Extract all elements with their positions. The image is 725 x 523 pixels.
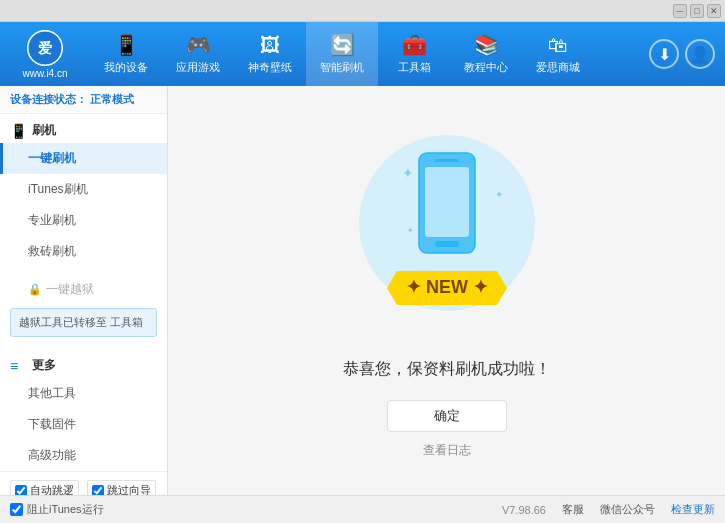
nav-items: 📱 我的设备 🎮 应用游戏 🖼 神奇壁纸 🔄 智能刷机 🧰 工具箱 📚 bbox=[90, 22, 649, 86]
illustration-svg: ✦ ✦ ✦ ✦ NEW ✦ bbox=[347, 123, 547, 343]
toolbox-label: 工具箱 bbox=[398, 60, 431, 75]
app-body: 设备连接状态： 正常模式 📱 刷机 一键刷机 iTunes刷机 专业刷机 救砖刷… bbox=[0, 86, 725, 495]
nav-item-tutorial[interactable]: 📚 教程中心 bbox=[450, 22, 522, 86]
sidebar-item-itunes[interactable]: iTunes刷机 bbox=[0, 174, 167, 205]
sidebar-notice: 越狱工具已转移至 工具箱 bbox=[10, 308, 157, 337]
jailbreak-label: 一键越狱 bbox=[46, 281, 94, 298]
tutorial-label: 教程中心 bbox=[464, 60, 508, 75]
sidebar-item-onekey[interactable]: 一键刷机 bbox=[0, 143, 167, 174]
svg-text:✦: ✦ bbox=[402, 165, 414, 181]
version-label: V7.98.66 bbox=[502, 504, 546, 516]
wechat-link[interactable]: 微信公众号 bbox=[600, 502, 655, 517]
stop-itunes-label: 阻止iTunes运行 bbox=[27, 502, 104, 517]
app-window: 爱 www.i4.cn 📱 我的设备 🎮 应用游戏 🖼 神奇壁纸 🔄 智能刷机 bbox=[0, 22, 725, 523]
sidebar-item-advanced[interactable]: 高级功能 bbox=[0, 440, 167, 471]
shop-icon: 🛍 bbox=[548, 34, 568, 57]
sidebar-status-bar: 设备连接状态： 正常模式 bbox=[0, 86, 167, 114]
main-content: ✦ ✦ ✦ ✦ NEW ✦ 恭喜您，保资料刷机成功啦！ 确定 查看日志 bbox=[168, 86, 725, 495]
checkbox-auto-jump-input[interactable] bbox=[15, 485, 27, 495]
svg-rect-6 bbox=[435, 159, 459, 162]
toolbox-icon: 🧰 bbox=[402, 33, 427, 57]
success-title: 恭喜您，保资料刷机成功啦！ bbox=[343, 359, 551, 380]
svg-rect-5 bbox=[435, 241, 459, 247]
mydevice-icon: 📱 bbox=[114, 33, 139, 57]
stop-itunes-checkbox[interactable] bbox=[10, 503, 23, 516]
more-section-icon: ≡ bbox=[10, 358, 26, 374]
notice-text: 越狱工具已转移至 工具箱 bbox=[19, 316, 143, 328]
nav-item-toolbox[interactable]: 🧰 工具箱 bbox=[378, 22, 450, 86]
shop-label: 爱思商城 bbox=[536, 60, 580, 75]
logo-icon: 爱 bbox=[27, 30, 63, 66]
sidebar-item-brick[interactable]: 救砖刷机 bbox=[0, 236, 167, 267]
nav-item-shop[interactable]: 🛍 爱思商城 bbox=[522, 22, 594, 86]
wallpaper-icon: 🖼 bbox=[260, 34, 280, 57]
logo-text: www.i4.cn bbox=[22, 68, 67, 79]
svg-text:✦ NEW ✦: ✦ NEW ✦ bbox=[406, 277, 488, 297]
profile-btn[interactable]: 👤 bbox=[685, 39, 715, 69]
log-link[interactable]: 查看日志 bbox=[423, 442, 471, 459]
download-btn[interactable]: ⬇ bbox=[649, 39, 679, 69]
flash-section-icon: 📱 bbox=[10, 123, 26, 139]
tutorial-icon: 📚 bbox=[474, 33, 499, 57]
status-value: 正常模式 bbox=[90, 93, 134, 105]
checkbox-row: 自动跳逻 跳过向导 bbox=[10, 480, 157, 495]
sidebar-item-other[interactable]: 其他工具 bbox=[0, 378, 167, 409]
confirm-button[interactable]: 确定 bbox=[387, 400, 507, 432]
flash-section-title: 刷机 bbox=[32, 122, 56, 139]
checkbox-skip-wizard-label: 跳过向导 bbox=[107, 483, 151, 495]
appgame-icon: 🎮 bbox=[186, 33, 211, 57]
customer-service-link[interactable]: 客服 bbox=[562, 502, 584, 517]
svg-text:✦: ✦ bbox=[495, 189, 503, 200]
nav-right: ⬇ 👤 bbox=[649, 39, 715, 69]
flash-icon: 🔄 bbox=[330, 33, 355, 57]
device-panel: 自动跳逻 跳过向导 📱 iPhone 12 mini 64GB Down-12m… bbox=[0, 471, 167, 495]
sidebar-section-more: ≡ 更多 bbox=[0, 349, 167, 378]
flash-label: 智能刷机 bbox=[320, 60, 364, 75]
sidebar-jailbreak-disabled: 🔒 一键越狱 bbox=[0, 275, 167, 304]
sidebar: 设备连接状态： 正常模式 📱 刷机 一键刷机 iTunes刷机 专业刷机 救砖刷… bbox=[0, 86, 168, 495]
status-bar-left: 阻止iTunes运行 bbox=[10, 502, 104, 517]
status-bar-right: V7.98.66 客服 微信公众号 检查更新 bbox=[502, 502, 715, 517]
logo-svg: 爱 bbox=[27, 30, 63, 66]
status-bar: 阻止iTunes运行 V7.98.66 客服 微信公众号 检查更新 bbox=[0, 495, 725, 523]
sidebar-item-pro[interactable]: 专业刷机 bbox=[0, 205, 167, 236]
svg-text:爱: 爱 bbox=[38, 40, 52, 56]
appgame-label: 应用游戏 bbox=[176, 60, 220, 75]
lock-icon: 🔒 bbox=[28, 283, 42, 296]
minimize-btn[interactable]: ─ bbox=[673, 4, 687, 18]
maximize-btn[interactable]: □ bbox=[690, 4, 704, 18]
checkbox-auto-jump-label: 自动跳逻 bbox=[30, 483, 74, 495]
check-update-link[interactable]: 检查更新 bbox=[671, 502, 715, 517]
svg-text:✦: ✦ bbox=[407, 226, 414, 235]
sidebar-item-firmware[interactable]: 下载固件 bbox=[0, 409, 167, 440]
nav-item-mydevice[interactable]: 📱 我的设备 bbox=[90, 22, 162, 86]
nav-item-flash[interactable]: 🔄 智能刷机 bbox=[306, 22, 378, 86]
svg-rect-4 bbox=[425, 167, 469, 237]
more-section-title: 更多 bbox=[32, 357, 56, 374]
checkbox-skip-wizard-input[interactable] bbox=[92, 485, 104, 495]
title-bar: ─ □ ✕ bbox=[0, 0, 725, 22]
status-label: 设备连接状态： bbox=[10, 93, 87, 105]
success-illustration: ✦ ✦ ✦ ✦ NEW ✦ bbox=[347, 123, 547, 343]
checkbox-skip-wizard[interactable]: 跳过向导 bbox=[87, 480, 156, 495]
checkbox-auto-jump[interactable]: 自动跳逻 bbox=[10, 480, 79, 495]
mydevice-label: 我的设备 bbox=[104, 60, 148, 75]
nav-item-wallpaper[interactable]: 🖼 神奇壁纸 bbox=[234, 22, 306, 86]
wallpaper-label: 神奇壁纸 bbox=[248, 60, 292, 75]
nav-item-appgame[interactable]: 🎮 应用游戏 bbox=[162, 22, 234, 86]
close-btn[interactable]: ✕ bbox=[707, 4, 721, 18]
nav-bar: 爱 www.i4.cn 📱 我的设备 🎮 应用游戏 🖼 神奇壁纸 🔄 智能刷机 bbox=[0, 22, 725, 86]
app-logo: 爱 www.i4.cn bbox=[10, 30, 80, 79]
sidebar-section-flash: 📱 刷机 bbox=[0, 114, 167, 143]
